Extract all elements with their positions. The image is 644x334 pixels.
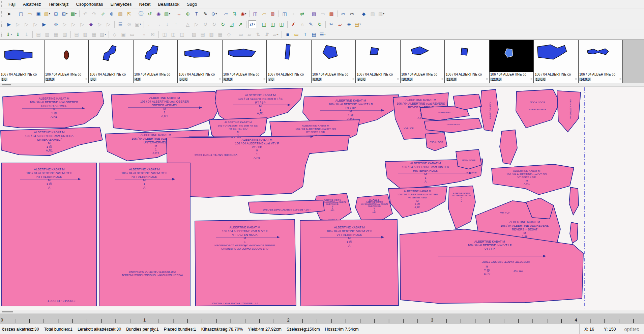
plaid-match-icon[interactable]: ⇅ — [254, 30, 262, 38]
cut-piece-icon[interactable]: ▱ — [336, 20, 344, 28]
plot-options-icon[interactable]: ▨▾ — [377, 10, 385, 18]
fabric-settings-icon[interactable]: ▨ — [310, 10, 318, 18]
piece-small-top[interactable] — [453, 94, 481, 110]
fold-bottom-icon[interactable]: ▥ — [43, 30, 51, 38]
save-marker-icon[interactable]: ▣ — [34, 10, 42, 18]
draw-tool-icon[interactable]: ✎ — [201, 10, 209, 18]
return-piece-icon[interactable]: ⌂ — [298, 20, 306, 28]
nest-queue-2-icon[interactable]: ▷ — [69, 20, 78, 28]
fold-top-icon[interactable]: ▤ — [34, 30, 42, 38]
piece-outline-icon[interactable]: ▭ — [128, 30, 136, 38]
select-tool-icon[interactable]: ➤ — [5, 10, 13, 18]
cut-order-icon[interactable]: ✂ — [339, 10, 347, 18]
flip-vertical-icon[interactable]: ▷ — [193, 20, 201, 28]
pattern-thumbnail-1[interactable]: 106 / 04 ALBERTINE co1:0 — [0, 40, 45, 83]
piece-bug-fold-3[interactable] — [456, 149, 481, 169]
find-piece-icon[interactable]: ⊚ — [108, 10, 116, 18]
update-pieces-icon[interactable]: ⇅ — [231, 10, 239, 18]
distribute-3-icon[interactable]: ◫ — [178, 30, 186, 38]
dropdown-arrow-icon[interactable]: ▾ — [277, 33, 279, 36]
pattern-thumbnail-9[interactable]: 106 / 04 ALBERTINE co9:0,0= — [356, 40, 401, 83]
piece-options-1-icon[interactable]: ◫ — [260, 20, 268, 28]
piece-small-1[interactable] — [500, 130, 517, 164]
dropdown-arrow-icon[interactable]: ▾ — [254, 23, 255, 26]
pattern-thumbnail-8[interactable]: 106 / 04 ALBERTINE co8:0,0= — [312, 40, 356, 83]
verify-pieces-icon[interactable]: ◇ — [111, 30, 119, 38]
show-text-icon[interactable]: T — [301, 30, 309, 38]
piece-vt-besatz-strip[interactable] — [248, 200, 324, 215]
dropdown-arrow-icon[interactable]: ▾ — [169, 12, 170, 15]
open-marker-icon[interactable]: ▭ — [26, 10, 34, 18]
stamp-tool-icon[interactable]: ◆ — [87, 20, 95, 28]
place-selected-icon[interactable]: ⇓ — [23, 30, 31, 38]
match-options-icon[interactable]: ▱▾ — [272, 30, 280, 38]
marker-report-icon[interactable]: ▤ — [116, 10, 124, 18]
move-up-icon[interactable]: ↑ — [172, 20, 180, 28]
import-order-icon[interactable]: ⇱ — [125, 10, 133, 18]
nest-frame-icon[interactable]: ▷ — [31, 20, 39, 28]
screen-layout-icon[interactable]: ■ — [284, 30, 292, 38]
fold-left-icon[interactable]: ▦ — [52, 30, 60, 38]
menu-nezet[interactable]: Nézet — [135, 1, 154, 7]
zoom-tool-icon[interactable]: ⊙▾ — [210, 10, 218, 18]
zoom-selected-icon[interactable]: ◉▾ — [239, 10, 247, 18]
fabric-frame-icon[interactable]: ▭ — [319, 10, 327, 18]
pair-pieces-icon[interactable]: ◫ — [281, 10, 289, 18]
remove-piece-icon[interactable]: ✗ — [289, 20, 297, 28]
text-tool-icon[interactable]: T — [193, 10, 201, 18]
dropdown-arrow-icon[interactable]: ▾ — [10, 33, 12, 36]
dropdown-arrow-icon[interactable]: ▾ — [105, 33, 106, 36]
add-point-icon[interactable]: ⊕ — [184, 10, 192, 18]
nest-queue-1-icon[interactable]: ▷ — [61, 20, 69, 28]
pattern-thumbnail-14[interactable]: 106 / 04 ALBERTINE co14:0,0= — [579, 40, 623, 83]
menu-alkatresz[interactable]: Alkatrész — [19, 1, 45, 7]
piece-options-2-icon[interactable]: ◫ — [269, 20, 277, 28]
marker-options-icon[interactable]: ▤▾ — [163, 10, 171, 18]
cut-time-icon[interactable]: ✂ — [348, 10, 356, 18]
dropdown-arrow-icon[interactable]: ▾ — [324, 33, 326, 36]
rotate-left-icon[interactable]: ↺ — [201, 20, 209, 28]
menu-teritekrajz[interactable]: Terítékrajz — [45, 1, 72, 7]
piece-properties-icon[interactable]: ◫ — [251, 10, 259, 18]
nest-timer-icon[interactable]: ⊛ — [52, 20, 60, 28]
dropdown-arrow-icon[interactable]: ▾ — [245, 12, 246, 15]
save-as-icon[interactable]: ▤▾ — [43, 10, 51, 18]
piece-eye-1[interactable] — [569, 187, 579, 215]
edit-annotation-icon[interactable]: ✎ — [307, 20, 315, 28]
menu-csoportositas[interactable]: Csoportosítás — [72, 1, 107, 7]
nest-skip-icon[interactable]: ▷ — [14, 20, 22, 28]
distribute-2-icon[interactable]: ◫ — [169, 30, 177, 38]
piece-narrow-top[interactable] — [480, 89, 498, 131]
dropdown-arrow-icon[interactable]: ▾ — [140, 23, 141, 26]
print-icon[interactable]: ⊟ — [52, 10, 60, 18]
redo-icon[interactable]: ↷ — [90, 10, 98, 18]
nest-step-icon[interactable]: ▷ — [23, 20, 31, 28]
pattern-thumbnail-10[interactable]: 106 / 04 ALBERTINE co10:0,0= — [401, 40, 445, 83]
nest-fast-icon[interactable]: ▷ — [78, 20, 86, 28]
fabric-fill-icon[interactable]: ▩ — [327, 10, 335, 18]
buffer-check-icon[interactable]: ▦ — [216, 30, 224, 38]
rotate-right-icon[interactable]: ↻ — [210, 20, 218, 28]
send-marker-icon[interactable]: ⇗ — [99, 10, 107, 18]
menu-grip[interactable] — [1, 1, 3, 7]
stripe-match-icon[interactable]: ▱ — [245, 30, 254, 38]
move-right-icon[interactable]: → — [154, 20, 163, 28]
copy-piece-icon[interactable]: ▱ — [260, 10, 268, 18]
swap-pieces-icon[interactable]: ⇄ — [298, 10, 306, 18]
marker-info-icon[interactable]: ⓘ — [137, 10, 145, 18]
ink-marker-icon[interactable]: ◆ — [360, 10, 368, 18]
rotate-angle-icon[interactable]: ◿ — [228, 20, 236, 28]
delete-piece-icon[interactable]: ⊠ — [269, 10, 277, 18]
slide-mode-icon[interactable]: ⇄▾ — [248, 20, 256, 28]
menu-fajl[interactable]: Fájl — [5, 1, 19, 7]
dropdown-arrow-icon[interactable]: ▾ — [383, 12, 384, 15]
toolbar-grip-1[interactable] — [1, 11, 3, 17]
rotate-180-icon[interactable]: ↻ — [219, 20, 227, 28]
dropdown-arrow-icon[interactable]: ▾ — [359, 23, 361, 26]
distribute-1-icon[interactable]: ◫ — [160, 30, 169, 38]
piece-strip-scroll-thumb[interactable] — [2, 84, 11, 85]
quality-check-icon[interactable]: ◇ — [225, 30, 233, 38]
pattern-thumbnail-13[interactable]: 106 / 04 ALBERTINE co13:0,0= — [534, 40, 579, 83]
pattern-thumbnail-12[interactable]: 106 / 04 ALBERTINE co12:0,0= — [490, 40, 534, 83]
menu-sugo[interactable]: Súgó — [183, 1, 201, 7]
